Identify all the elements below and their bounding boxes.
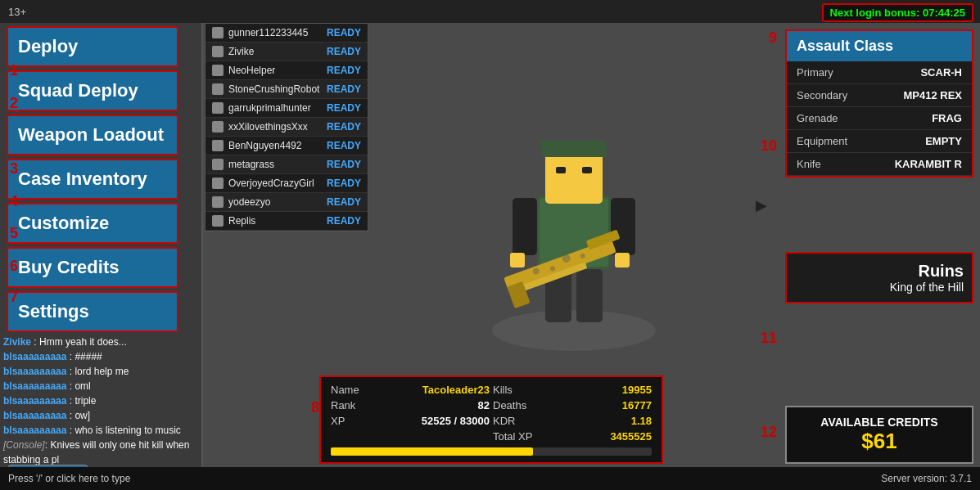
- assault-row-value: SCAR-H: [920, 66, 962, 79]
- xp-bar-fill: [331, 447, 533, 456]
- svg-rect-8: [510, 253, 525, 267]
- player-icon: [212, 65, 224, 76]
- annotation-8: 8: [311, 399, 319, 416]
- kills-value: 19955: [574, 384, 652, 396]
- assault-row-label: Primary: [797, 66, 833, 79]
- player-icon: [212, 159, 224, 170]
- annotation-4: 4: [10, 193, 18, 210]
- assault-row-label: Secondary: [797, 89, 847, 101]
- chat-line: blsaaaaaaaaa : triple: [3, 393, 203, 408]
- total-xp-label-empty2: [412, 430, 490, 443]
- kdr-value: 1.18: [574, 415, 652, 427]
- player-status: READY: [327, 196, 361, 208]
- xp-bar-container: [331, 447, 652, 456]
- main-area: DeploySquad DeployWeapon LoadoutCase Inv…: [0, 23, 980, 490]
- assault-row-label: Grenade: [797, 112, 838, 124]
- player-row: yodeezyoREADY: [205, 193, 368, 212]
- credits-label: AVAILABLE CREDITS: [798, 416, 960, 429]
- svg-rect-3: [545, 151, 603, 204]
- player-row: NeoHelperREADY: [205, 61, 368, 80]
- stats-panel: Name Tacoleader23 Kills 19955 Rank 82 De…: [319, 375, 663, 464]
- chat-sep: :: [66, 410, 75, 421]
- chat-area: Zivike : Hmm yeah it does...blsaaaaaaaaa…: [3, 335, 203, 467]
- total-xp-label: Total XP: [493, 430, 571, 443]
- chat-msg: triple: [75, 395, 96, 407]
- player-status: READY: [327, 83, 361, 95]
- sidebar-btn-weapon-loadout[interactable]: Weapon Loadout: [7, 115, 178, 155]
- player-status: READY: [327, 102, 361, 114]
- player-name: garrukprimalhunter: [228, 102, 327, 114]
- chat-line: blsaaaaaaaaa : who is listening to music: [3, 423, 203, 438]
- chat-username: Zivike: [3, 336, 31, 348]
- sidebar-btn-deploy[interactable]: Deploy: [7, 26, 178, 67]
- player-row: xxXilovethingsXxxREADY: [205, 118, 368, 137]
- deaths-value: 16777: [574, 399, 652, 411]
- svg-rect-20: [541, 141, 607, 157]
- sidebar-btn-case-inventory[interactable]: Case Inventory: [7, 159, 178, 200]
- name-value: Tacoleader23: [412, 384, 490, 396]
- player-status: READY: [327, 215, 361, 227]
- player-list: gunner112233445READYZivikeREADYNeoHelper…: [205, 23, 368, 232]
- chat-msg: ow]: [75, 410, 90, 421]
- assault-row-value: FRAG: [932, 112, 962, 124]
- player-name: Replis: [228, 215, 327, 227]
- map-name: Ruins: [795, 262, 964, 281]
- chat-username: blsaaaaaaaaa: [3, 351, 66, 362]
- rank-label: Rank: [331, 399, 409, 411]
- xp-label: XP: [331, 415, 409, 427]
- sidebar-btn-squad-deploy[interactable]: Squad Deploy: [7, 70, 178, 111]
- svg-rect-4: [556, 167, 566, 173]
- chat-line: blsaaaaaaaaa : oml: [3, 379, 203, 393]
- assault-class-row: SecondaryMP412 REX: [787, 84, 972, 107]
- assault-class-row: KnifeKARAMBIT R: [787, 153, 972, 176]
- player-status: READY: [327, 65, 361, 76]
- player-name: gunner112233445: [228, 27, 327, 38]
- bottom-bar[interactable]: Press '/' or click here to type Server v…: [0, 467, 980, 490]
- assault-row-value: KARAMBIT R: [895, 158, 962, 170]
- chat-msg: oml: [75, 380, 90, 392]
- player-status: READY: [327, 27, 361, 38]
- player-status: READY: [327, 178, 361, 189]
- player-icon: [212, 83, 224, 95]
- type-hint[interactable]: Press '/' or click here to type: [8, 473, 130, 484]
- sidebar-btn-settings[interactable]: Settings: [7, 291, 178, 332]
- rank-value: 82: [412, 399, 490, 411]
- chat-line: [Console]: Knives will only one hit kill…: [3, 438, 203, 467]
- total-xp-value: 3455525: [574, 430, 652, 443]
- chat-line: Zivike : Hmm yeah it does...: [3, 335, 203, 349]
- assault-row-label: Equipment: [797, 135, 847, 147]
- annotation-1: 1: [10, 62, 18, 79]
- player-status: READY: [327, 159, 361, 170]
- svg-point-0: [492, 310, 656, 351]
- annotation-9: 9: [769, 29, 777, 47]
- player-name: StoneCrushingRobot: [228, 83, 327, 95]
- assault-row-value: EMPTY: [925, 135, 962, 147]
- name-label: Name: [331, 384, 409, 396]
- sidebar-btn-customize[interactable]: Customize: [7, 203, 178, 244]
- assault-class-panel: Assault Class PrimarySCAR-HSecondaryMP41…: [785, 29, 973, 178]
- annotation-3: 3: [10, 160, 18, 178]
- stats-grid: Name Tacoleader23 Kills 19955 Rank 82 De…: [331, 384, 652, 443]
- chat-sep: :: [66, 425, 75, 436]
- chat-line: blsaaaaaaaaa : lord help me: [3, 364, 203, 379]
- player-name: metagrass: [228, 159, 327, 170]
- assault-class-row: PrimarySCAR-H: [787, 61, 972, 84]
- player-icon: [212, 102, 224, 114]
- annotation-10: 10: [761, 137, 777, 155]
- top-bar: 13+ Next login bonus: 07:44:25: [0, 0, 980, 23]
- assault-row-value: MP412 REX: [903, 89, 962, 101]
- credits-value: $61: [798, 429, 960, 454]
- age-rating: 13+: [8, 6, 26, 18]
- chat-sep: :: [66, 395, 75, 407]
- server-version: Server version: 3.7.1: [881, 473, 972, 484]
- chat-username: blsaaaaaaaaa: [3, 395, 66, 407]
- player-icon: [212, 27, 224, 38]
- player-icon: [212, 178, 224, 189]
- player-icon: [212, 140, 224, 151]
- sidebar-btn-buy-credits[interactable]: Buy Credits: [7, 247, 178, 288]
- map-mode: King of the Hill: [795, 281, 964, 294]
- player-name: yodeezyo: [228, 196, 327, 208]
- player-icon: [212, 121, 224, 133]
- annotation-2: 2: [10, 95, 18, 112]
- player-rows: gunner112233445READYZivikeREADYNeoHelper…: [205, 24, 368, 231]
